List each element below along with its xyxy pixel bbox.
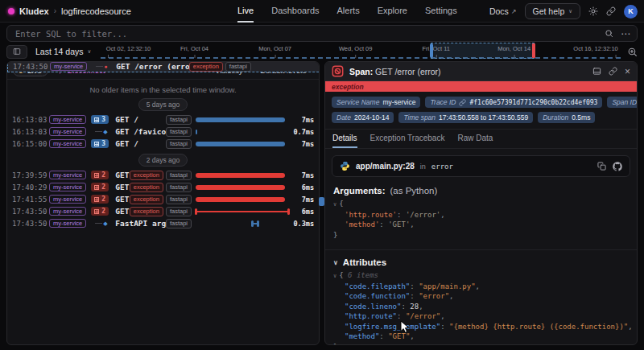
span-detail-header: Span: GET /error (error) × <box>325 62 637 81</box>
duration-bar <box>196 142 285 146</box>
tab-exception-traceback[interactable]: Exception Traceback <box>370 130 445 148</box>
time-range-dropdown[interactable]: Last 14 days ∨ <box>35 47 91 56</box>
selection-start-handle[interactable] <box>430 43 433 58</box>
diamond-marker-icon: ◆ <box>103 129 107 135</box>
open-in-github-button[interactable] <box>613 162 622 171</box>
get-help-button[interactable]: Get help ∨ <box>525 3 580 19</box>
share-link-button[interactable] <box>606 6 616 16</box>
timeline-selection[interactable] <box>431 43 535 59</box>
sql-filter-bar: ⋯ <box>6 25 638 42</box>
error-span-icon <box>332 65 344 77</box>
meta-trace-id[interactable]: Trace ID #f1c60e57391d771c290c0b22cd4ef0… <box>425 97 602 108</box>
dock-panel-button[interactable] <box>592 66 601 77</box>
trace-row[interactable]: 17:43:50 my-service ● GET /error (error)… <box>7 61 320 72</box>
row-duration: 6ms <box>289 208 314 216</box>
nav-explore[interactable]: Explore <box>378 0 407 23</box>
trace-row[interactable]: 17:43:50 my-service ◆ FastAPI arguments … <box>7 217 319 229</box>
code-location-card[interactable]: app/main.py:28 in error <box>332 155 630 177</box>
theme-toggle-button[interactable] <box>588 6 598 16</box>
trace-row[interactable]: 16:13:03 my-service 3 GET / fastapi 7ms <box>7 113 319 126</box>
nav-dashboards[interactable]: Dashboards <box>271 0 319 23</box>
service-tag: my-service <box>49 183 86 191</box>
code-line: "code.function": "error", <box>333 291 629 302</box>
external-link-icon: ↗ <box>511 8 517 15</box>
trace-row[interactable]: 16:13:03 my-service ◆ GET /favicon.ico f… <box>7 126 319 138</box>
child-count-badge[interactable]: 2 <box>91 195 109 204</box>
meta-duration: Duration 0.5ms <box>538 112 595 123</box>
panel-resize-handle[interactable] <box>319 197 324 206</box>
trace-row[interactable]: 17:43:50 my-service 2 GET /error excepti… <box>7 205 319 217</box>
tag-exception: exception <box>189 62 223 72</box>
time-group-label: 2 days ago <box>138 154 188 167</box>
span-message: GET /error <box>115 207 130 216</box>
tag-fastapi: fastapi <box>166 127 192 137</box>
trace-row[interactable]: 17:39:59 my-service 2 GET /error excepti… <box>7 169 319 181</box>
tab-details[interactable]: Details <box>332 130 357 148</box>
child-count-badge[interactable]: 2 <box>91 171 109 179</box>
span-message: GET /error <box>115 195 130 204</box>
arguments-heading: Arguments: (as Python) <box>325 179 637 198</box>
panel-icon <box>13 47 21 56</box>
copy-link-button[interactable] <box>609 66 617 77</box>
service-tag: my-service <box>49 139 86 148</box>
code-line: } <box>333 230 629 241</box>
tag-exception: exception <box>130 195 163 204</box>
sun-icon <box>588 6 598 16</box>
child-count-badge[interactable]: 2 <box>91 207 109 216</box>
close-button[interactable]: × <box>625 66 630 77</box>
trace-row[interactable]: 16:15:00 my-service 3 GET / fastapi 7ms <box>7 138 319 150</box>
breadcrumb-separator-icon: › <box>54 6 56 15</box>
code-function-name: error <box>431 163 453 171</box>
expand-icon <box>94 185 99 190</box>
span-message: GET / <box>115 139 166 148</box>
user-avatar[interactable]: K <box>624 5 638 19</box>
expand-icon <box>94 117 99 122</box>
copy-code-button[interactable] <box>597 162 606 171</box>
more-options-button[interactable]: ⋯ <box>621 28 631 39</box>
child-count-badge[interactable]: 2 <box>91 183 109 191</box>
service-tag: my-service <box>50 62 87 71</box>
row-timestamp: 17:43:50 <box>12 220 49 228</box>
row-duration: 7ms <box>289 116 314 124</box>
code-line: 'method': 'GET', <box>333 220 629 230</box>
project-name[interactable]: logfirecodesource <box>61 6 131 16</box>
org-name[interactable]: Kludex <box>19 6 49 16</box>
row-timestamp: 17:41:55 <box>12 196 49 204</box>
attributes-heading[interactable]: ∨ Attributes <box>325 250 637 270</box>
duration-bar <box>196 173 285 178</box>
code-line: ∨{ <box>333 199 629 210</box>
tag-fastapi: fastapi <box>166 139 192 149</box>
row-timestamp: 16:15:00 <box>12 140 49 148</box>
meta-date: Date 2024-10-14 <box>332 112 394 123</box>
child-count-badge[interactable]: 3 <box>91 139 109 148</box>
sidebar-toggle-button[interactable] <box>6 45 27 59</box>
docs-link[interactable]: Docs ↗ <box>489 6 517 16</box>
top-bar: Kludex › logfirecodesource LiveDashboard… <box>0 0 644 23</box>
search-button[interactable] <box>605 29 613 38</box>
nav-alerts[interactable]: Alerts <box>337 0 360 23</box>
duration-track <box>196 193 289 205</box>
trace-row[interactable]: 17:41:55 my-service 2 GET /error excepti… <box>7 193 319 205</box>
tag-fastapi: fastapi <box>166 171 192 180</box>
link-icon <box>609 67 617 76</box>
error-marker <box>532 43 535 58</box>
code-line: } <box>333 342 629 346</box>
nav-live[interactable]: Live <box>237 0 254 23</box>
child-count-badge[interactable]: 3 <box>91 115 109 124</box>
sql-filter-input[interactable] <box>6 25 638 42</box>
timeline-tick: Oct 02, 12:32:10 <box>106 45 151 52</box>
attributes-code: ∨{ 6 items"code.filepath": "app/main.py"… <box>325 270 637 345</box>
meta-span-id[interactable]: Span ID #416d30c0ccd46cd0 <box>607 97 638 108</box>
trace-row[interactable]: 17:40:29 my-service 2 GET /error excepti… <box>7 181 319 193</box>
timeline-track[interactable]: Oct 02, 12:32:10Fri, Oct 04Mon, Oct 07We… <box>101 44 621 59</box>
nav-settings[interactable]: Settings <box>425 0 457 23</box>
tag-exception: exception <box>130 171 163 180</box>
zoom-in-button[interactable] <box>627 47 638 57</box>
tab-raw-data[interactable]: Raw Data <box>457 130 493 148</box>
duration-track <box>196 138 289 150</box>
row-duration: 0.7ms <box>289 128 314 136</box>
duration-bar <box>196 197 285 202</box>
duration-track <box>196 181 289 193</box>
chevron-down-icon: ∨ <box>568 8 572 14</box>
row-timestamp: 16:13:03 <box>12 128 49 136</box>
